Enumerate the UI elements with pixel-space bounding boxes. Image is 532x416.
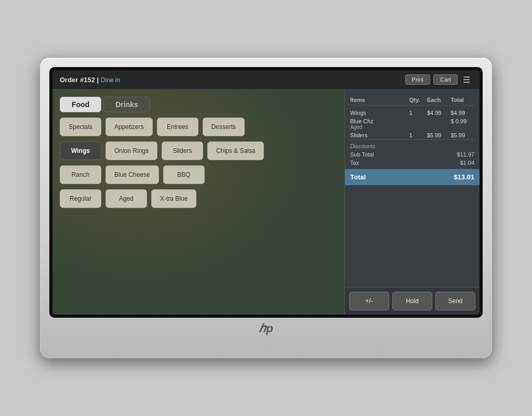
cat-btn-regular[interactable]: Regular <box>60 189 101 208</box>
discounts-section: Discounts <box>350 139 474 150</box>
order-info: Order #152 | Dine in <box>60 76 120 84</box>
cat-btn-chips-salsa[interactable]: Chips & Salsa <box>207 141 264 160</box>
cat-btn-specials[interactable]: Specials <box>60 118 101 136</box>
tabs: Food Drinks <box>60 97 337 112</box>
col-qty: Qty. <box>409 97 427 103</box>
header-buttons: Print Cart ☰ <box>405 74 472 85</box>
cat-btn-wings[interactable]: Wings <box>60 141 101 160</box>
item-each: $4.99 <box>427 110 451 116</box>
cat-btn-appetizers[interactable]: Appetizers <box>105 118 153 136</box>
device-frame: Order #152 | Dine in Print Cart ☰ <box>40 58 492 358</box>
right-panel: Items Qty. Each Total Wings 1 $4.99 <box>344 89 480 315</box>
separator: | <box>97 76 101 84</box>
stand-foot-left <box>188 339 214 343</box>
sub-total-label: Sub Total <box>350 151 374 158</box>
cat-btn-sliders[interactable]: Sliders <box>162 141 203 160</box>
order-table: Items Qty. Each Total Wings 1 $4.99 <box>345 89 480 287</box>
adjust-button[interactable]: +/- <box>349 292 389 310</box>
table-row: Blue Chz Aged $ 0.99 <box>350 117 474 131</box>
tab-food[interactable]: Food <box>60 97 101 112</box>
cat-btn-aged[interactable]: Aged <box>105 189 147 208</box>
tax-label: Tax <box>350 160 359 166</box>
stand-foot-right <box>318 339 344 343</box>
table-row: Sliders 1 $5.99 $5.99 <box>350 131 474 139</box>
cat-btn-ranch[interactable]: Ranch <box>60 165 101 184</box>
item-qty: 1 <box>409 132 427 138</box>
hold-button[interactable]: Hold <box>392 292 432 310</box>
category-row-1: Specials Appetizers Entrees Desserts <box>60 118 337 136</box>
main-content: Food Drinks Specials Appetizers Entrees … <box>52 89 480 315</box>
item-name: Blue Chz Aged <box>350 118 409 130</box>
tax-value: $1.04 <box>460 160 474 166</box>
cat-btn-entrees[interactable]: Entrees <box>157 118 198 136</box>
col-items: Items <box>350 97 409 103</box>
tab-drinks[interactable]: Drinks <box>103 97 150 112</box>
cat-btn-desserts[interactable]: Desserts <box>203 118 245 136</box>
total-row: Total $13.01 <box>345 169 480 185</box>
cat-btn-bbq[interactable]: BBQ <box>163 165 205 184</box>
header-bar: Order #152 | Dine in Print Cart ☰ <box>52 70 480 89</box>
total-value: $13.01 <box>454 173 474 181</box>
subtotal-row: Sub Total $11.97 <box>350 150 474 159</box>
item-total: $5.99 <box>450 132 474 138</box>
dine-in-label: Dine in <box>101 76 120 84</box>
category-row-2: Wings Onion Rings Sliders Chips & Salsa <box>60 141 337 160</box>
item-total: $ 0.99 <box>450 118 474 124</box>
screen: Order #152 | Dine in Print Cart ☰ <box>52 70 480 315</box>
hp-logo: ℎp <box>259 322 273 335</box>
sub-total-value: $11.97 <box>457 151 474 158</box>
device-bottom: ℎp <box>49 318 483 335</box>
category-row-4: Regular Aged X-tra Blue <box>60 189 337 208</box>
col-total: Total <box>450 97 474 103</box>
cat-btn-x-tra-blue[interactable]: X-tra Blue <box>151 189 196 208</box>
item-name: Wings <box>350 110 409 116</box>
order-table-header: Items Qty. Each Total <box>350 95 474 106</box>
bottom-buttons: +/- Hold Send <box>345 287 480 315</box>
order-number: Order #152 <box>60 76 95 84</box>
item-each: $5.99 <box>427 132 451 138</box>
cat-btn-blue-cheese[interactable]: Blue Cheese <box>105 165 159 184</box>
item-name: Sliders <box>350 132 409 138</box>
left-panel: Food Drinks Specials Appetizers Entrees … <box>52 89 344 315</box>
item-qty: 1 <box>409 110 427 116</box>
send-button[interactable]: Send <box>435 292 475 310</box>
menu-icon[interactable]: ☰ <box>461 75 472 85</box>
print-button[interactable]: Print <box>405 74 431 85</box>
item-total: $4.99 <box>450 110 474 116</box>
screen-bezel: Order #152 | Dine in Print Cart ☰ <box>49 67 483 318</box>
cat-btn-onion-rings[interactable]: Onion Rings <box>105 141 157 160</box>
table-row: Wings 1 $4.99 $4.99 <box>350 109 474 117</box>
col-each: Each <box>427 97 451 103</box>
cart-button[interactable]: Cart <box>433 74 458 85</box>
device-stand <box>49 339 483 343</box>
category-row-3: Ranch Blue Cheese BBQ <box>60 165 337 184</box>
total-label: Total <box>350 173 366 181</box>
tax-row: Tax $1.04 <box>350 159 474 167</box>
